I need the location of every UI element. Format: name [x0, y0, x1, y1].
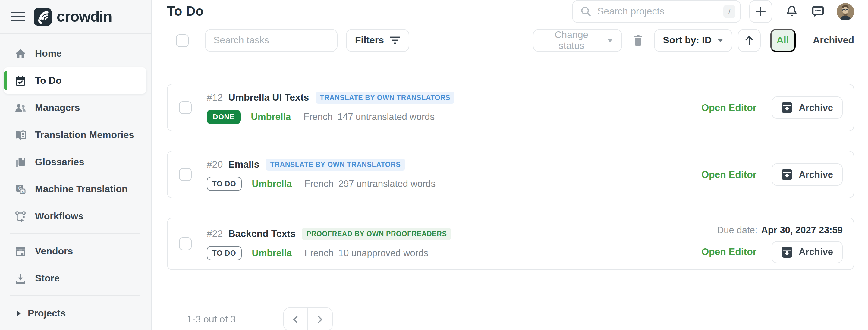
task-language: French	[304, 178, 334, 189]
store-download-icon	[14, 272, 27, 284]
sidebar-divider	[10, 295, 141, 296]
sidebar-item-label: Workflows	[35, 211, 84, 221]
search-tasks-input[interactable]	[205, 29, 338, 52]
sidebar-item-label: Translation Memories	[35, 129, 134, 140]
archive-label: Archive	[799, 102, 833, 113]
filters-label: Filters	[355, 35, 384, 46]
task-actions: Due date: Apr 30, 2027 23:59 Open Editor	[701, 224, 843, 263]
filters-button[interactable]: Filters	[346, 29, 409, 52]
hamburger-menu-icon[interactable]	[11, 9, 25, 24]
next-page-button[interactable]	[308, 308, 332, 330]
open-editor-link[interactable]: Open Editor	[701, 169, 756, 180]
app-window: crowdin Home To Do	[0, 0, 868, 330]
sort-direction-button[interactable]	[738, 29, 761, 52]
managers-people-icon	[14, 101, 27, 114]
task-id: #22	[207, 228, 223, 239]
task-title-link[interactable]: Umbrella UI Texts	[228, 92, 309, 103]
task-id: #20	[207, 159, 223, 170]
sidebar-item-label: Projects	[28, 308, 66, 319]
task-actions: Open Editor Archive	[701, 163, 843, 186]
archive-button[interactable]: Archive	[772, 241, 843, 263]
archive-button[interactable]: Archive	[772, 163, 843, 186]
sidebar-item-translation-memories[interactable]: Translation Memories	[4, 121, 147, 148]
task-info: #20 Emails TRANSLATE BY OWN TRANSLATORS …	[207, 158, 435, 191]
task-checkbox[interactable]	[179, 168, 192, 181]
chevron-left-icon	[293, 315, 299, 323]
task-language: French	[304, 111, 333, 122]
home-icon	[14, 47, 27, 59]
translation-memories-book-icon	[14, 129, 27, 141]
plus-icon	[755, 6, 766, 17]
messages-button[interactable]	[811, 5, 825, 18]
task-checkbox[interactable]	[179, 101, 192, 114]
svg-text:x: x	[22, 189, 24, 193]
project-link[interactable]: Umbrella	[252, 247, 292, 258]
sidebar-item-todo[interactable]: To Do	[4, 67, 147, 94]
create-new-button[interactable]	[749, 0, 772, 23]
chevron-down-icon	[607, 38, 613, 42]
project-link[interactable]: Umbrella	[251, 111, 291, 122]
search-shortcut-badge: /	[723, 5, 735, 18]
sidebar-item-label: Machine Translation	[35, 183, 128, 194]
task-row: #12 Umbrella UI Texts TRANSLATE BY OWN T…	[167, 84, 854, 131]
sidebar-item-glossaries[interactable]: Glossaries	[4, 148, 147, 175]
sidebar-item-label: Store	[35, 273, 60, 283]
task-word-count: 147 untranslated words	[338, 111, 435, 122]
notifications-button[interactable]	[785, 5, 798, 18]
sort-by-label: Sort by: ID	[663, 35, 712, 46]
select-all-checkbox[interactable]	[176, 34, 189, 47]
sidebar-item-label: Home	[35, 48, 62, 59]
previous-page-button[interactable]	[284, 308, 308, 330]
vendors-storefront-icon	[14, 245, 27, 257]
workflows-icon	[14, 210, 27, 222]
task-info: #22 Backend Texts PROOFREAD BY OWN PROOF…	[207, 228, 451, 260]
archive-button[interactable]: Archive	[772, 96, 843, 119]
trash-icon	[632, 34, 643, 47]
workflow-badge: TRANSLATE BY OWN TRANSLATORS	[315, 91, 455, 103]
sidebar-item-label: Managers	[35, 102, 80, 113]
header-actions: /	[572, 0, 854, 23]
project-link[interactable]: Umbrella	[252, 178, 292, 189]
status-badge: TO DO	[207, 246, 242, 260]
bell-icon	[785, 5, 798, 18]
task-checkbox[interactable]	[179, 238, 192, 250]
sidebar-item-vendors[interactable]: Vendors	[4, 238, 147, 265]
toolbar: Filters Change status So	[167, 29, 854, 52]
open-editor-link[interactable]: Open Editor	[701, 102, 756, 113]
due-date: Due date: Apr 30, 2027 23:59	[717, 224, 843, 235]
task-language: French	[304, 247, 334, 258]
sidebar-item-store[interactable]: Store	[4, 265, 147, 292]
pagination-summary: 1-3 out of 3	[187, 314, 236, 325]
crowdin-logo[interactable]: crowdin	[34, 7, 112, 26]
sort-by-dropdown[interactable]: Sort by: ID	[654, 29, 732, 52]
delete-button[interactable]	[632, 34, 643, 47]
sidebar-item-projects[interactable]: Projects	[4, 300, 147, 327]
tab-archived[interactable]: Archived	[813, 35, 854, 46]
sidebar-item-managers[interactable]: Managers	[4, 94, 147, 121]
sidebar-header: crowdin	[0, 0, 151, 34]
search-projects-box: /	[572, 0, 741, 23]
tab-all[interactable]: All	[770, 29, 795, 52]
sidebar-item-label: To Do	[35, 75, 61, 86]
archive-box-icon	[781, 246, 793, 258]
sidebar-item-machine-translation[interactable]: G x Machine Translation	[4, 175, 147, 203]
sidebar-item-workflows[interactable]: Workflows	[4, 203, 147, 230]
due-date-value: Apr 30, 2027 23:59	[761, 224, 843, 235]
todo-calendar-check-icon	[14, 74, 27, 87]
task-row: #22 Backend Texts PROOFREAD BY OWN PROOF…	[167, 218, 854, 270]
user-avatar[interactable]	[837, 3, 854, 20]
task-title-link[interactable]: Emails	[228, 159, 259, 170]
task-title-link[interactable]: Backend Texts	[228, 228, 296, 239]
task-word-count: 10 unapproved words	[338, 247, 428, 258]
change-status-dropdown[interactable]: Change status	[532, 29, 622, 52]
status-badge: TO DO	[207, 176, 242, 191]
chevron-right-icon	[16, 309, 22, 317]
sidebar: crowdin Home To Do	[0, 0, 152, 330]
sidebar-item-label: Vendors	[35, 246, 73, 257]
page-title: To Do	[167, 4, 204, 19]
task-list: #12 Umbrella UI Texts TRANSLATE BY OWN T…	[167, 84, 854, 289]
search-projects-input[interactable]	[597, 6, 723, 17]
open-editor-link[interactable]: Open Editor	[701, 246, 756, 258]
crowdin-wordmark: crowdin	[57, 8, 112, 25]
sidebar-item-home[interactable]: Home	[4, 40, 147, 67]
